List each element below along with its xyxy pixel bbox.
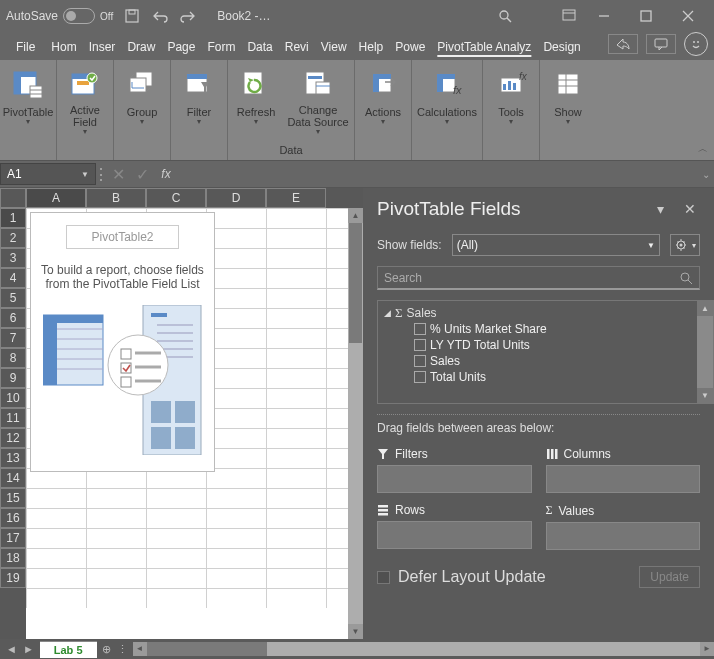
fields-options-dropdown-icon[interactable]: ▾ [650, 199, 670, 219]
scroll-up-icon[interactable]: ▲ [348, 208, 363, 223]
field-item[interactable]: LY YTD Total Units [414, 337, 691, 353]
defer-layout-checkbox[interactable] [377, 571, 390, 584]
row-header-7[interactable]: 7 [0, 328, 26, 348]
column-header-E[interactable]: E [266, 188, 326, 208]
row-header-8[interactable]: 8 [0, 348, 26, 368]
field-item[interactable]: Sales [414, 353, 691, 369]
fields-settings-gear-icon[interactable]: ▾ [670, 234, 700, 256]
tab-review[interactable]: Revi [279, 36, 315, 60]
row-header-6[interactable]: 6 [0, 308, 26, 328]
row-header-14[interactable]: 14 [0, 468, 26, 488]
tab-power-pivot[interactable]: Powe [389, 36, 431, 60]
field-checkbox[interactable] [414, 371, 426, 383]
row-header-16[interactable]: 16 [0, 508, 26, 528]
row-header-3[interactable]: 3 [0, 248, 26, 268]
columns-drop-zone[interactable] [546, 465, 701, 493]
close-button[interactable] [668, 2, 708, 30]
tab-pivottable-analyze[interactable]: PivotTable Analyz [431, 36, 537, 60]
redo-icon[interactable] [179, 7, 197, 25]
scrollbar-thumb[interactable] [349, 223, 362, 343]
row-header-2[interactable]: 2 [0, 228, 26, 248]
tab-help[interactable]: Help [353, 36, 390, 60]
column-header-C[interactable]: C [146, 188, 206, 208]
tab-home[interactable]: Hom [45, 36, 82, 60]
collapse-ribbon-icon[interactable]: ︿ [698, 142, 708, 156]
row-header-18[interactable]: 18 [0, 548, 26, 568]
cancel-formula-icon[interactable]: ✕ [106, 163, 130, 185]
autosave-switch[interactable] [63, 8, 95, 24]
filters-drop-zone[interactable] [377, 465, 532, 493]
field-checkbox[interactable] [414, 323, 426, 335]
filter-button[interactable]: Filter▾ [173, 64, 225, 130]
active-field-button[interactable]: Active Field▾ [59, 64, 111, 139]
field-item[interactable]: % Units Market Share [414, 321, 691, 337]
rows-drop-zone[interactable] [377, 521, 532, 549]
group-button[interactable]: Group▾ [116, 64, 168, 130]
comments-button[interactable] [646, 34, 676, 54]
column-header-D[interactable]: D [206, 188, 266, 208]
rows-area[interactable]: Rows [377, 503, 532, 550]
maximize-button[interactable] [626, 2, 666, 30]
tab-draw[interactable]: Draw [121, 36, 161, 60]
enter-formula-icon[interactable]: ✓ [130, 163, 154, 185]
tools-button[interactable]: fx Tools▾ [485, 64, 537, 130]
tab-page-layout[interactable]: Page [161, 36, 201, 60]
name-box[interactable]: A1▼ [0, 163, 96, 185]
update-button[interactable]: Update [639, 566, 700, 588]
share-button[interactable] [608, 34, 638, 54]
show-fields-select[interactable]: (All)▼ [452, 234, 660, 256]
field-item[interactable]: Total Units [414, 369, 691, 385]
row-header-17[interactable]: 17 [0, 528, 26, 548]
row-header-19[interactable]: 19 [0, 568, 26, 588]
field-group-sales[interactable]: ◢ Σ Sales [384, 305, 691, 321]
change-data-source-button[interactable]: Change Data Source▾ [284, 64, 352, 139]
autosave-toggle[interactable]: AutoSave Off [6, 8, 113, 24]
search-icon[interactable] [496, 7, 514, 25]
minimize-button[interactable] [584, 2, 624, 30]
tree-scrollbar[interactable]: ▲▼ [697, 301, 713, 403]
row-header-9[interactable]: 9 [0, 368, 26, 388]
filters-area[interactable]: Filters [377, 447, 532, 493]
insert-function-icon[interactable]: fx [154, 167, 178, 181]
tab-file[interactable]: File [6, 36, 45, 60]
row-header-1[interactable]: 1 [0, 208, 26, 228]
field-checkbox[interactable] [414, 339, 426, 351]
sheet-tab-lab5[interactable]: Lab 5 [40, 641, 97, 658]
field-checkbox[interactable] [414, 355, 426, 367]
columns-area[interactable]: Columns [546, 447, 701, 493]
values-area[interactable]: ΣValues [546, 503, 701, 550]
formula-input[interactable] [178, 163, 698, 185]
tab-data[interactable]: Data [241, 36, 278, 60]
row-header-10[interactable]: 10 [0, 388, 26, 408]
sheet-nav[interactable]: ◄► [0, 643, 40, 655]
cells-area[interactable]: PivotTable2 To build a report, choose fi… [26, 208, 348, 639]
row-header-12[interactable]: 12 [0, 428, 26, 448]
undo-icon[interactable] [151, 7, 169, 25]
vertical-scrollbar[interactable]: ▲ ▼ [348, 208, 363, 639]
tab-insert[interactable]: Inser [83, 36, 122, 60]
calculations-button[interactable]: fx Calculations▾ [414, 64, 480, 130]
values-drop-zone[interactable] [546, 522, 701, 550]
feedback-smiley-icon[interactable] [684, 32, 708, 56]
ribbon-display-options-icon[interactable] [554, 6, 584, 26]
row-header-15[interactable]: 15 [0, 488, 26, 508]
row-header-11[interactable]: 11 [0, 408, 26, 428]
row-header-13[interactable]: 13 [0, 448, 26, 468]
actions-button[interactable]: Actions▾ [357, 64, 409, 130]
scroll-down-icon[interactable]: ▼ [348, 624, 363, 639]
row-header-5[interactable]: 5 [0, 288, 26, 308]
select-all-corner[interactable] [0, 188, 26, 208]
tab-design[interactable]: Design [537, 36, 586, 60]
close-fields-pane-icon[interactable]: ✕ [680, 199, 700, 219]
expand-formula-bar-icon[interactable]: ⌄ [698, 169, 714, 180]
column-header-B[interactable]: B [86, 188, 146, 208]
show-button[interactable]: Show▾ [542, 64, 594, 130]
pivottable-button[interactable]: PivotTable▾ [2, 64, 54, 130]
column-header-A[interactable]: A [26, 188, 86, 208]
fields-search-input[interactable]: Search [377, 266, 700, 290]
horizontal-scrollbar[interactable]: ◄► [133, 642, 714, 656]
h-scrollbar-thumb[interactable] [147, 642, 267, 656]
save-icon[interactable] [123, 7, 141, 25]
tab-formulas[interactable]: Form [201, 36, 241, 60]
refresh-button[interactable]: Refresh▾ [230, 64, 282, 139]
